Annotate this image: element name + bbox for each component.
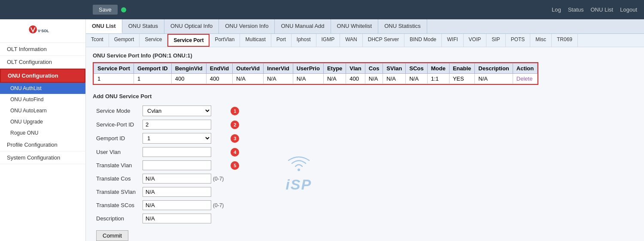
tab-onu-list[interactable]: ONU List [86,19,122,33]
main-content: ONU Service Port Info (PON:1 ONU:1) Serv… [86,47,644,241]
sidebar-item-profile-config[interactable]: Profile Configuration [0,139,85,151]
col-etype: Etype [323,63,346,74]
svg-point-2 [298,169,300,171]
top-links: Log Status ONU List Logout [552,6,637,13]
table-cell: N/A [263,74,293,84]
form-label-user-vlan: User Vlan [96,149,121,155]
sidebar-logo: V·SOL [0,19,85,43]
tab-onu-version-info[interactable]: ONU Version Info [219,19,275,33]
form-label-description: Description [96,215,124,222]
form-label-translate-svlan: Translate SVlan [96,189,136,195]
info-title: ONU Service Port Info (PON:1 ONU:1) [93,52,637,59]
table-cell: N/A [293,74,323,84]
col-scos: SCos [406,63,427,74]
form-label-translate-vlan: Translate Vlan [96,162,132,169]
tab-wan[interactable]: WAN [340,34,363,47]
tab-tr069[interactable]: TR069 [552,34,578,47]
tab-sip[interactable]: SIP [486,34,505,47]
tab-multicast[interactable]: Multicast [240,34,271,47]
tab-service[interactable]: Service [140,34,167,47]
tab-onu-status[interactable]: ONU Status [122,19,164,33]
tab-service-port[interactable]: Service Port [167,34,210,47]
form-input-service-port-id[interactable] [143,120,211,130]
form-input-description[interactable] [143,214,211,223]
col-endvid: EndVid [206,63,233,74]
table-cell: 1 [134,74,171,84]
table-cell: N/A [233,74,264,84]
sidebar-item-onu-authlist[interactable]: ONU AuthList [0,83,85,94]
main-layout: V·SOL OLT Information OLT Configuration … [0,19,644,241]
tab-voip[interactable]: VOIP [464,34,487,47]
service-port-table: Service Port Gemport ID BenginVid EndVid… [94,63,538,84]
table-cell: N/A [475,74,513,84]
tab-onu-optical-info[interactable]: ONU Optical Info [164,19,219,33]
step-badge-4: 4 [231,148,239,157]
form-label-service-mode: Service Mode [96,108,130,114]
table-cell: 400 [171,74,206,84]
form-label-gemport-id: Gemport ID [96,135,125,142]
sub-tab-bar: Tcont Gemport Service Service Port PortV… [86,34,644,47]
add-section-title: Add ONU Service Port [93,93,637,99]
tab-tcont[interactable]: Tcont [86,34,109,47]
status-link[interactable]: Status [568,6,584,13]
form-input-translate-vlan[interactable] [143,160,211,170]
isp-text: iSP [286,176,312,193]
log-link[interactable]: Log [552,6,561,13]
form-input-gemport-id[interactable]: 123 [143,133,211,144]
col-mode: Mode [427,63,449,74]
col-userprio: UserPrio [293,63,323,74]
sidebar-item-system-config[interactable]: System Configuration [0,151,85,164]
sidebar-item-rogue-onu[interactable]: Rogue ONU [0,127,85,139]
tab-bind-mode[interactable]: BIND Mode [404,34,442,47]
table-cell: 400 [206,74,233,84]
col-vlan: Vlan [346,63,365,74]
table-cell: 1 [94,74,134,84]
tab-onu-manual-add[interactable]: ONU Manual Add [275,19,331,33]
sidebar-item-onu-autofind[interactable]: ONU AutoFind [0,94,85,105]
save-button[interactable]: Save [93,5,118,15]
form-input-user-vlan[interactable] [143,147,211,157]
tab-port[interactable]: Port [271,34,292,47]
tab-portvlan[interactable]: PortVlan [210,34,240,47]
onu-list-link[interactable]: ONU List [591,6,614,13]
service-port-table-wrapper: Service Port Gemport ID BenginVid EndVid… [93,62,538,85]
save-area: Save [93,5,126,15]
col-cos: Cos [365,63,383,74]
table-cell: N/A [406,74,427,84]
tab-onu-whitelist[interactable]: ONU Whitelist [331,19,379,33]
table-cell: 400 [346,74,365,84]
main-tab-bar: ONU List ONU Status ONU Optical Info ONU… [86,19,644,34]
tab-igmp[interactable]: IGMP [316,34,340,47]
status-indicator [121,7,126,12]
col-gemport-id: Gemport ID [134,63,171,74]
tab-onu-statistics[interactable]: ONU Statistics [378,19,427,33]
commit-button[interactable]: Commit [96,230,128,241]
sidebar-item-olt-config[interactable]: OLT Configuration [0,56,85,69]
delete-action[interactable]: Delete [513,74,537,84]
svg-text:V·SOL: V·SOL [38,29,49,33]
isp-logo-area: iSP [260,104,337,241]
form-input-translate-svlan[interactable] [143,187,211,197]
form-input-service-mode[interactable]: CvlanSvlanTransparent [143,105,211,116]
form-hint: (0-7) [213,202,224,208]
tab-dhcp-server[interactable]: DHCP Server [363,34,404,47]
form-label-service-port-id: Service-Port ID [96,121,134,128]
col-action: Action [513,63,537,74]
tab-misc[interactable]: Misc [530,34,552,47]
table-cell: N/A [323,74,346,84]
form-hint: (0-7) [213,176,224,182]
form-input-translate-scos[interactable] [143,200,211,210]
form-input-translate-cos[interactable] [143,174,211,184]
logout-link[interactable]: Logout [620,6,637,13]
sidebar-item-olt-info[interactable]: OLT Information [0,43,85,56]
step-badge-5: 5 [231,161,239,170]
sidebar-item-onu-autolearn[interactable]: ONU AutoLearn [0,105,85,116]
tab-wifi[interactable]: WIFI [442,34,463,47]
sidebar-item-onu-config[interactable]: ONU Configuration [0,69,85,83]
col-service-port: Service Port [94,63,134,74]
tab-gemport[interactable]: Gemport [109,34,140,47]
step-badge-3: 3 [231,134,239,143]
tab-pots[interactable]: POTS [506,34,531,47]
sidebar-item-onu-upgrade[interactable]: ONU Upgrade [0,116,85,127]
tab-iphost[interactable]: Iphost [292,34,316,47]
